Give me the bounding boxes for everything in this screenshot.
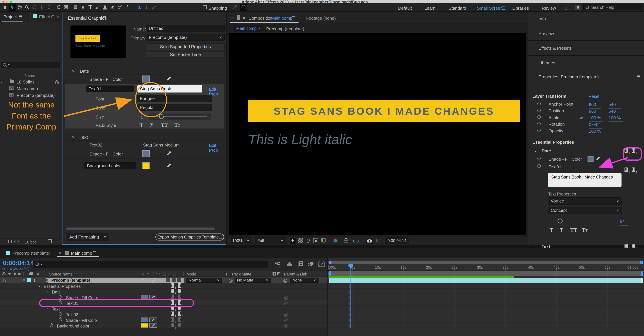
essential-graphics-title[interactable]: Essential Graphics	[68, 16, 106, 21]
panel-info[interactable]: Info	[528, 12, 644, 26]
resolution-select[interactable]: Full∨	[255, 237, 286, 244]
pull-from-comp-icon[interactable]: ↓	[171, 323, 176, 328]
project-item-label[interactable]: Precomp (template)	[17, 93, 55, 98]
stopwatch-icon[interactable]	[538, 157, 541, 160]
stopwatch-icon[interactable]	[538, 109, 541, 112]
faux-small-caps-icon[interactable]: TT	[582, 227, 588, 233]
workspace-standard[interactable]: Standard	[448, 6, 466, 10]
layer-parent-select[interactable]: None∨	[290, 278, 318, 283]
pen-tool-icon[interactable]	[79, 4, 86, 11]
layer-switch-box[interactable]	[178, 278, 182, 282]
frame-blending-icon[interactable]	[298, 261, 304, 268]
faux-bold-icon[interactable]: T	[140, 122, 143, 128]
fast-preview-icon[interactable]	[290, 237, 296, 244]
matte-pickwhip-icon[interactable]: @	[228, 278, 233, 283]
faux-all-caps-icon[interactable]: TT	[570, 227, 577, 233]
puppet-pin-tool-icon[interactable]	[123, 4, 130, 11]
search-help-box[interactable]: Search Help	[583, 4, 642, 10]
eyedropper-chip[interactable]	[150, 317, 157, 322]
ep-size-slider[interactable]	[551, 218, 614, 224]
snapping-checkbox[interactable]	[203, 5, 207, 9]
layer-bar-in-handle[interactable]	[329, 278, 331, 283]
brush-tool-icon[interactable]	[94, 4, 101, 11]
tab-effect-controls[interactable]: Effect C	[39, 15, 54, 19]
region-of-interest-icon[interactable]	[313, 238, 318, 243]
set-poster-time-button[interactable]: Set Poster Time	[146, 51, 224, 58]
stopwatch-icon[interactable]	[538, 102, 541, 105]
ep-font-style-select[interactable]: Concept∨	[548, 207, 622, 214]
clone-stamp-tool-icon[interactable]	[101, 4, 108, 11]
close-icon[interactable]: ×	[231, 15, 234, 21]
panel-libraries[interactable]: Libraries	[528, 56, 644, 70]
parent-pickwhip-icon[interactable]: @	[284, 323, 288, 328]
layer-label-color-chip[interactable]	[27, 278, 31, 282]
project-item-main-comp[interactable]: Main comp	[0, 85, 62, 92]
essential-graphics-menu-icon[interactable]: ☰	[102, 16, 106, 20]
traffic-minimize-button[interactable]	[6, 1, 8, 3]
footer-interpret-icon[interactable]	[14, 240, 19, 243]
parent-pickwhip-icon[interactable]: @	[284, 318, 288, 323]
push-to-comp-icon[interactable]: ↑	[178, 317, 184, 323]
dolly-camera-tool-icon[interactable]	[45, 4, 53, 11]
link-scale-icon[interactable]: ∞	[580, 115, 583, 120]
close-icon[interactable]: ×	[59, 251, 61, 256]
time-navigator[interactable]	[328, 261, 643, 264]
layer-name-cell[interactable]: Precomp (template)	[48, 278, 184, 283]
mode-column-label[interactable]: Mode	[186, 272, 196, 276]
parent-pickwhip-icon[interactable]: @	[284, 295, 288, 300]
shade-fill-color-swatch[interactable]	[588, 156, 594, 162]
stopwatch-icon[interactable]	[59, 318, 62, 321]
axis-local-icon[interactable]	[136, 4, 143, 11]
layer-video-eye-icon[interactable]	[2, 279, 6, 282]
exposure-icon[interactable]	[343, 238, 349, 244]
primary-comp-select[interactable]: Precomp (template)∨	[146, 34, 224, 41]
layer-rasterize-icon[interactable]: ╱	[152, 278, 155, 283]
add-formatting-select[interactable]: Add Formatting∨	[67, 233, 109, 240]
tlrow-essential-properties[interactable]: ∨ Essential Properties ↓ ↑	[0, 283, 328, 289]
stopwatch-icon[interactable]	[538, 122, 541, 125]
workspace-menu-icon[interactable]: ☰	[502, 6, 506, 11]
text01-name-field[interactable]: Text01	[86, 86, 134, 92]
ep-size-value[interactable]: 54	[620, 219, 628, 225]
text02-name[interactable]: Text02	[90, 143, 102, 147]
traffic-zoom-button[interactable]	[10, 1, 12, 3]
workspace-review[interactable]: Review	[542, 6, 556, 10]
roto-brush-tool-icon[interactable]	[116, 4, 123, 11]
push-to-comp-icon[interactable]: ↑	[178, 289, 184, 294]
zoom-tool-icon[interactable]	[23, 4, 31, 11]
push-to-comp-icon[interactable]: ↑	[178, 311, 184, 317]
parent-pickwhip-icon[interactable]: @	[283, 278, 287, 283]
eyedropper-chip[interactable]	[150, 323, 157, 328]
layer-switch-box[interactable]	[166, 278, 170, 282]
camera-tool-icon[interactable]	[62, 4, 70, 11]
collapse-icon[interactable]: ∨	[72, 70, 74, 73]
slider-knob[interactable]	[558, 218, 562, 223]
workspace-small-screen[interactable]: Small Screen	[477, 6, 503, 10]
tab-project[interactable]: Project	[3, 15, 17, 19]
timeline-tab-menu-icon[interactable]: ☰	[92, 251, 96, 255]
exposure-value[interactable]: +0.0	[351, 239, 359, 243]
slider-knob[interactable]	[159, 114, 164, 119]
viewer-timecode[interactable]: 0:00:04:14	[385, 237, 409, 244]
template-name-input[interactable]: Untitled	[146, 25, 224, 32]
text-section-header[interactable]: ∨ Text	[65, 133, 224, 141]
axis-view-icon[interactable]	[150, 4, 158, 11]
collapse-icon[interactable]: ∨	[38, 284, 41, 287]
timeline-tab-precomp[interactable]: Precomp (template)	[12, 251, 50, 255]
maximize-panel-icon[interactable]	[240, 4, 247, 11]
eyedropper-chip[interactable]	[150, 295, 157, 299]
push-to-comp-icon[interactable]: ↑	[178, 283, 184, 289]
eyedropper-icon[interactable]	[166, 76, 172, 83]
ep-font-family-select[interactable]: Vortice∨	[548, 197, 622, 205]
workspace-libraries[interactable]: Libraries	[512, 6, 529, 10]
track-matte-column-label[interactable]: Track Matte	[231, 272, 251, 276]
column-name-label[interactable]: Name	[25, 73, 35, 78]
background-color-swatch[interactable]	[142, 162, 150, 169]
layer-row-precomp[interactable]: ∨ 1 Precomp (template) ☺ ╱ Normal∨ @ No …	[0, 277, 328, 283]
collapse-icon[interactable]: ∨	[534, 245, 537, 248]
background-swatch-chip[interactable]	[141, 323, 148, 328]
ep-text01-value-box[interactable]: Stag Sans Book I Made Changes	[548, 173, 622, 187]
parent-pickwhip-icon[interactable]: @	[284, 312, 288, 317]
layer-switch-box[interactable]	[172, 278, 176, 282]
hide-shy-layers-icon[interactable]	[286, 261, 293, 268]
